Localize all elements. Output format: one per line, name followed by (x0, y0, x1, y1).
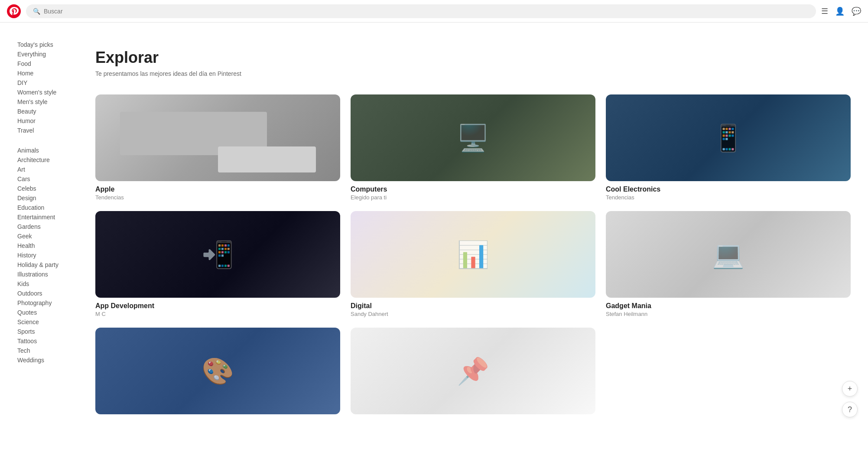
sidebar-item-health[interactable]: Health (17, 241, 80, 250)
board-card-bottom1[interactable] (95, 328, 340, 419)
page-subtitle: Te presentamos las mejores ideas del día… (95, 70, 851, 77)
sidebar-item-diy[interactable]: DIY (17, 78, 80, 88)
header-icons: ☰ 👤 💬 (821, 7, 861, 16)
search-icon: 🔍 (33, 8, 40, 15)
search-bar[interactable]: 🔍 (26, 4, 816, 18)
sidebar-item-photography[interactable]: Photography (17, 298, 80, 308)
user-icon[interactable]: 👤 (835, 7, 845, 16)
board-subtitle-computers: Elegido para ti (351, 194, 595, 201)
board-subtitle-digital: Sandy Dahnert (351, 311, 595, 317)
board-image-computers (351, 94, 595, 181)
sidebar-item-celebs[interactable]: Celebs (17, 184, 80, 193)
sidebar-section-1: Today's picksEverythingFoodHomeDIYWomen'… (17, 40, 80, 135)
boards-grid: AppleTendenciasComputersElegido para tiC… (95, 94, 851, 419)
sidebar-item-travel[interactable]: Travel (17, 126, 80, 135)
sidebar: Today's picksEverythingFoodHomeDIYWomen'… (0, 23, 87, 452)
board-image-gadget-mania (606, 211, 851, 298)
board-card-apple[interactable]: AppleTendencias (95, 94, 340, 201)
sidebar-item-tech[interactable]: Tech (17, 346, 80, 355)
sidebar-item-science[interactable]: Science (17, 317, 80, 327)
board-subtitle-app-development: M C (95, 311, 340, 317)
board-subtitle-cool-electronics: Tendencias (606, 194, 851, 201)
sidebar-item-food[interactable]: Food (17, 59, 80, 68)
sidebar-item-geek[interactable]: Geek (17, 231, 80, 241)
pinterest-logo[interactable] (7, 4, 21, 18)
page-title: Explorar (95, 49, 851, 67)
board-card-digital[interactable]: DigitalSandy Dahnert (351, 211, 595, 317)
board-card-app-development[interactable]: App DevelopmentM C (95, 211, 340, 317)
svg-point-0 (7, 4, 21, 18)
board-title-gadget-mania: Gadget Mania (606, 302, 851, 310)
board-title-app-development: App Development (95, 302, 340, 310)
board-subtitle-apple: Tendencias (95, 194, 340, 201)
sidebar-item-tattoos[interactable]: Tattoos (17, 336, 80, 346)
sidebar-item-weddings[interactable]: Weddings (17, 355, 80, 365)
sidebar-section-2: AnimalsArchitectureArtCarsCelebsDesignEd… (17, 146, 80, 365)
board-image-cool-electronics (606, 94, 851, 181)
sidebar-item-quotes[interactable]: Quotes (17, 308, 80, 317)
sidebar-item-mens-style[interactable]: Men's style (17, 97, 80, 107)
main-content: Explorar Te presentamos las mejores idea… (87, 23, 868, 452)
sidebar-item-education[interactable]: Education (17, 203, 80, 212)
sidebar-item-design[interactable]: Design (17, 193, 80, 203)
board-card-cool-electronics[interactable]: Cool ElectronicsTendencias (606, 94, 851, 201)
sidebar-item-history[interactable]: History (17, 250, 80, 260)
sidebar-item-beauty[interactable]: Beauty (17, 107, 80, 116)
sidebar-item-entertainment[interactable]: Entertainment (17, 212, 80, 222)
sidebar-item-home[interactable]: Home (17, 68, 80, 78)
sidebar-item-architecture[interactable]: Architecture (17, 155, 80, 165)
board-title-cool-electronics: Cool Electronics (606, 185, 851, 193)
board-image-apple (95, 94, 340, 181)
board-image-bottom2 (351, 328, 595, 414)
board-subtitle-gadget-mania: Stefan Heilmann (606, 311, 851, 317)
sidebar-item-humor[interactable]: Humor (17, 116, 80, 126)
board-card-gadget-mania[interactable]: Gadget ManiaStefan Heilmann (606, 211, 851, 317)
sidebar-item-outdoors[interactable]: Outdoors (17, 289, 80, 298)
sidebar-item-todays-picks[interactable]: Today's picks (17, 40, 80, 49)
sidebar-item-illustrations[interactable]: Illustrations (17, 270, 80, 279)
sidebar-item-gardens[interactable]: Gardens (17, 222, 80, 231)
sidebar-item-womens-style[interactable]: Women's style (17, 88, 80, 97)
sidebar-item-holiday-party[interactable]: Holiday & party (17, 260, 80, 270)
search-input[interactable] (44, 8, 809, 15)
board-title-computers: Computers (351, 185, 595, 193)
fab-container: + ? (842, 381, 858, 417)
sidebar-item-everything[interactable]: Everything (17, 49, 80, 59)
board-card-bottom2[interactable] (351, 328, 595, 419)
board-image-bottom1 (95, 328, 340, 414)
board-card-computers[interactable]: ComputersElegido para ti (351, 94, 595, 201)
sidebar-item-cars[interactable]: Cars (17, 174, 80, 184)
sidebar-item-kids[interactable]: Kids (17, 279, 80, 289)
sidebar-item-art[interactable]: Art (17, 165, 80, 174)
board-title-digital: Digital (351, 302, 595, 310)
help-button[interactable]: ? (842, 402, 858, 417)
header: 🔍 ☰ 👤 💬 (0, 0, 868, 23)
board-image-app-development (95, 211, 340, 298)
chat-icon[interactable]: 💬 (852, 7, 861, 16)
add-button[interactable]: + (842, 381, 858, 397)
sidebar-item-sports[interactable]: Sports (17, 327, 80, 336)
page-container: Today's picksEverythingFoodHomeDIYWomen'… (0, 23, 868, 452)
board-title-apple: Apple (95, 185, 340, 193)
sidebar-item-animals[interactable]: Animals (17, 146, 80, 155)
menu-icon[interactable]: ☰ (821, 7, 828, 16)
board-image-digital (351, 211, 595, 298)
